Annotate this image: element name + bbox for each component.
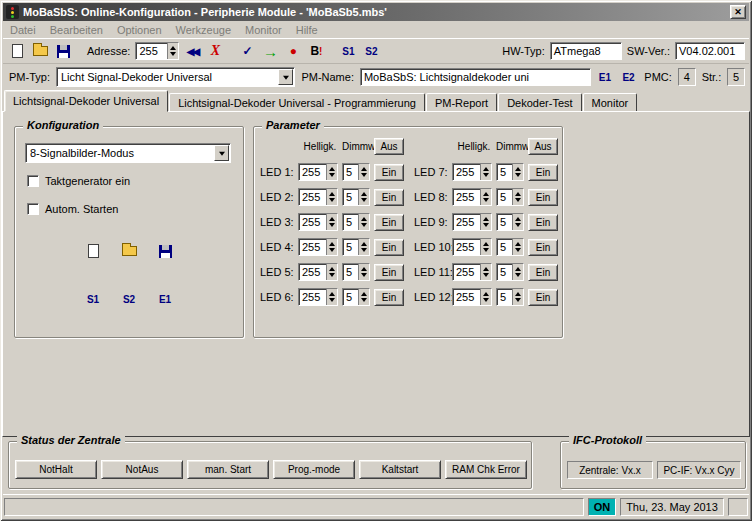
spinner-buttons[interactable] [358, 214, 369, 230]
ein-button[interactable]: Ein [374, 289, 404, 306]
ram-chk-error-button[interactable]: RAM Chk Error [445, 460, 527, 479]
spinner-buttons[interactable] [480, 239, 491, 255]
adresse-spinner-buttons[interactable] [167, 43, 178, 59]
helligk-value[interactable]: 255 [299, 239, 326, 255]
dimmw-value[interactable]: 5 [343, 214, 358, 230]
write-s1-icon[interactable]: S1 [83, 289, 103, 309]
spinner-buttons[interactable] [512, 164, 523, 180]
apply-check-icon[interactable]: ✓ [237, 41, 257, 61]
ein-button[interactable]: Ein [528, 214, 558, 231]
write-s2-icon[interactable]: S2 [119, 289, 139, 309]
menu-bearbeiten[interactable]: Bearbeiten [43, 22, 110, 38]
combo-arrow-icon[interactable] [214, 145, 229, 161]
spinner-buttons[interactable] [326, 189, 337, 205]
man-start-button[interactable]: man. Start [187, 460, 269, 479]
spinner-buttons[interactable] [326, 239, 337, 255]
save-button[interactable] [53, 41, 73, 61]
ein-button[interactable]: Ein [374, 264, 404, 281]
spinner-buttons[interactable] [326, 264, 337, 280]
dimmw-value[interactable]: 5 [343, 164, 358, 180]
menu-optionen[interactable]: Optionen [110, 22, 169, 38]
on-indicator[interactable]: ON [588, 498, 616, 516]
pm-name-input[interactable]: MoBaSbS: Lichtsignaldekoder uni [360, 68, 591, 86]
helligk-value[interactable]: 255 [299, 164, 326, 180]
helligk-value[interactable]: 255 [299, 214, 326, 230]
helligk-value[interactable]: 255 [453, 214, 480, 230]
ein-button[interactable]: Ein [528, 289, 558, 306]
aus-all-button[interactable]: Aus [528, 138, 558, 155]
tab-lichtsignal-dekoder[interactable]: Lichtsignal-Dekoder Universal [4, 90, 168, 112]
helligk-value[interactable]: 255 [299, 289, 326, 305]
helligk-value[interactable]: 255 [299, 189, 326, 205]
spinner-buttons[interactable] [480, 289, 491, 305]
read-e1-icon[interactable]: E1 [595, 67, 615, 87]
read-e1-icon[interactable]: E1 [155, 289, 175, 309]
mode-combobox[interactable]: 8-Signalbilder-Modus [25, 143, 231, 163]
adresse-value[interactable]: 255 [136, 43, 167, 59]
menu-hilfe[interactable]: Hilfe [289, 22, 325, 38]
spinner-buttons[interactable] [512, 289, 523, 305]
prog-mode-button[interactable]: Prog.-mode [273, 460, 355, 479]
notaus-button[interactable]: NotAus [101, 460, 183, 479]
open-file-button[interactable] [30, 41, 50, 61]
dimmw-value[interactable]: 5 [343, 264, 358, 280]
send-arrow-icon[interactable]: → [260, 41, 280, 61]
spinner-buttons[interactable] [480, 214, 491, 230]
tab-programmierung[interactable]: Lichtsignal-Dekoder Universal - Programm… [169, 93, 425, 112]
taktgenerator-checkbox[interactable] [27, 175, 39, 187]
new-file-button[interactable] [7, 41, 27, 61]
helligk-value[interactable]: 255 [453, 189, 480, 205]
write-s2-icon[interactable]: S2 [361, 41, 381, 61]
menu-werkzeuge[interactable]: Werkzeuge [169, 22, 238, 38]
spinner-buttons[interactable] [512, 214, 523, 230]
spinner-buttons[interactable] [326, 289, 337, 305]
helligk-value[interactable]: 255 [453, 164, 480, 180]
spinner-buttons[interactable] [512, 239, 523, 255]
helligk-value[interactable]: 255 [453, 239, 480, 255]
dimmw-value[interactable]: 5 [497, 264, 512, 280]
dimmw-value[interactable]: 5 [343, 239, 358, 255]
dimmw-value[interactable]: 5 [497, 189, 512, 205]
ein-button[interactable]: Ein [374, 189, 404, 206]
tab-dekoder-test[interactable]: Dekoder-Test [498, 93, 581, 112]
kaltstart-button[interactable]: Kaltstart [359, 460, 441, 479]
ein-button[interactable]: Ein [528, 239, 558, 256]
helligk-value[interactable]: 255 [299, 264, 326, 280]
dimmw-value[interactable]: 5 [497, 289, 512, 305]
read-e2-icon[interactable]: E2 [619, 67, 639, 87]
config-save-button[interactable] [155, 241, 175, 261]
spinner-buttons[interactable] [480, 189, 491, 205]
autostart-checkbox[interactable] [27, 203, 39, 215]
command-b-icon[interactable]: B! [306, 41, 326, 61]
spinner-buttons[interactable] [326, 214, 337, 230]
close-button[interactable]: ✕ [730, 5, 746, 19]
dimmw-value[interactable]: 5 [497, 214, 512, 230]
spinner-buttons[interactable] [480, 264, 491, 280]
pm-typ-combobox[interactable]: Licht Signal-Dekoder Universal [56, 67, 295, 87]
title-bar[interactable]: MoBaSbS: Online-Konfiguration - Peripher… [3, 3, 749, 21]
dimmw-value[interactable]: 5 [497, 164, 512, 180]
menu-datei[interactable]: Datei [3, 22, 43, 38]
spinner-buttons[interactable] [512, 264, 523, 280]
nothalt-button[interactable]: NotHalt [15, 460, 97, 479]
ein-button[interactable]: Ein [528, 264, 558, 281]
ein-button[interactable]: Ein [528, 164, 558, 181]
ein-button[interactable]: Ein [374, 214, 404, 231]
aus-all-button[interactable]: Aus [374, 138, 404, 155]
menu-monitor[interactable]: Monitor [238, 22, 289, 38]
combo-arrow-icon[interactable] [278, 69, 293, 85]
spinner-buttons[interactable] [480, 164, 491, 180]
spinner-buttons[interactable] [358, 289, 369, 305]
dimmw-value[interactable]: 5 [497, 239, 512, 255]
prev-address-icon[interactable]: ◀◀ [182, 41, 202, 61]
stop-dot-icon[interactable]: ● [283, 41, 303, 61]
tab-pm-report[interactable]: PM-Report [426, 93, 497, 112]
spinner-buttons[interactable] [512, 189, 523, 205]
helligk-value[interactable]: 255 [453, 289, 480, 305]
write-s1-icon[interactable]: S1 [338, 41, 358, 61]
spinner-buttons[interactable] [358, 264, 369, 280]
ein-button[interactable]: Ein [374, 239, 404, 256]
config-open-button[interactable] [119, 241, 139, 261]
dimmw-value[interactable]: 5 [343, 189, 358, 205]
config-new-button[interactable] [83, 241, 103, 261]
